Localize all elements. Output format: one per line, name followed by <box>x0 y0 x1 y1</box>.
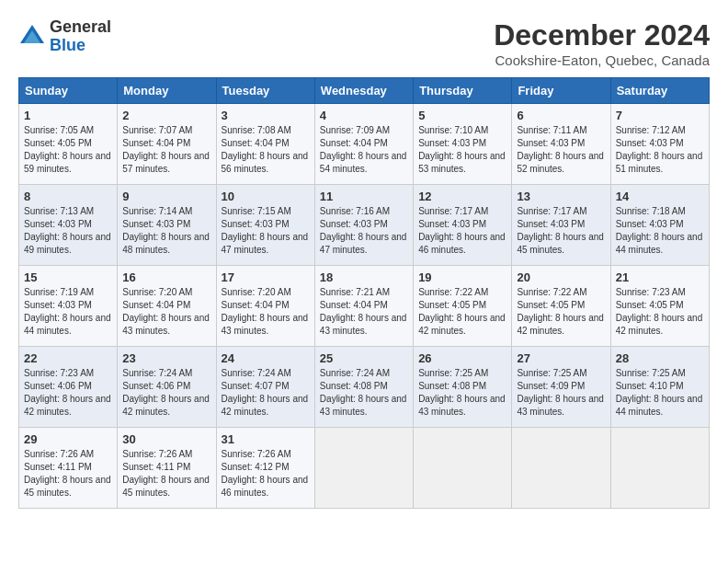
day-info: Sunrise: 7:18 AM Sunset: 4:03 PM Dayligh… <box>616 205 704 257</box>
header-day: Tuesday <box>216 78 314 104</box>
day-number: 11 <box>320 190 408 203</box>
daylight-text: Daylight: 8 hours and 49 minutes. <box>24 232 111 255</box>
day-number: 20 <box>517 270 605 284</box>
sunrise-text: Sunrise: 7:24 AM <box>320 368 390 378</box>
daylight-text: Daylight: 8 hours and 43 minutes. <box>222 313 309 336</box>
sunrise-text: Sunrise: 7:24 AM <box>122 368 192 378</box>
day-info: Sunrise: 7:25 AM Sunset: 4:09 PM Dayligh… <box>517 367 605 419</box>
day-number: 22 <box>24 351 112 365</box>
sunset-text: Sunset: 4:05 PM <box>24 138 92 148</box>
sunrise-text: Sunrise: 7:15 AM <box>222 206 291 216</box>
sunset-text: Sunset: 4:04 PM <box>320 300 388 310</box>
day-info: Sunrise: 7:21 AM Sunset: 4:04 PM Dayligh… <box>320 286 408 338</box>
title-block: December 2024 Cookshire-Eaton, Quebec, C… <box>494 18 710 68</box>
sunrise-text: Sunrise: 7:11 AM <box>517 125 586 135</box>
daylight-text: Daylight: 8 hours and 42 minutes. <box>24 394 111 417</box>
sunrise-text: Sunrise: 7:23 AM <box>616 287 686 297</box>
logo: General Blue <box>18 18 111 55</box>
day-info: Sunrise: 7:12 AM Sunset: 4:03 PM Dayligh… <box>616 124 704 176</box>
daylight-text: Daylight: 8 hours and 45 minutes. <box>24 475 111 498</box>
calendar-cell: 21 Sunrise: 7:23 AM Sunset: 4:05 PM Dayl… <box>610 266 709 347</box>
sunrise-text: Sunrise: 7:20 AM <box>122 287 192 297</box>
daylight-text: Daylight: 8 hours and 47 minutes. <box>320 232 407 255</box>
sunrise-text: Sunrise: 7:19 AM <box>24 287 94 297</box>
day-number: 4 <box>320 109 408 122</box>
logo-icon <box>18 23 46 51</box>
sunset-text: Sunset: 4:06 PM <box>24 381 92 391</box>
calendar-cell: 16 Sunrise: 7:20 AM Sunset: 4:04 PM Dayl… <box>118 266 216 347</box>
day-info: Sunrise: 7:24 AM Sunset: 4:08 PM Dayligh… <box>320 367 408 419</box>
calendar-cell: 26 Sunrise: 7:25 AM Sunset: 4:08 PM Dayl… <box>414 347 512 428</box>
daylight-text: Daylight: 8 hours and 47 minutes. <box>222 232 309 255</box>
sunrise-text: Sunrise: 7:08 AM <box>222 125 291 135</box>
sunset-text: Sunset: 4:08 PM <box>418 381 486 391</box>
sunrise-text: Sunrise: 7:17 AM <box>517 206 586 216</box>
day-info: Sunrise: 7:15 AM Sunset: 4:03 PM Dayligh… <box>222 205 310 257</box>
daylight-text: Daylight: 8 hours and 43 minutes. <box>320 394 407 417</box>
calendar-cell: 3 Sunrise: 7:08 AM Sunset: 4:04 PM Dayli… <box>216 104 314 185</box>
calendar-week-row: 29 Sunrise: 7:26 AM Sunset: 4:11 PM Dayl… <box>19 428 710 509</box>
sunset-text: Sunset: 4:04 PM <box>122 300 190 310</box>
daylight-text: Daylight: 8 hours and 57 minutes. <box>122 151 210 174</box>
day-info: Sunrise: 7:25 AM Sunset: 4:08 PM Dayligh… <box>418 367 506 419</box>
day-info: Sunrise: 7:19 AM Sunset: 4:03 PM Dayligh… <box>24 286 112 338</box>
day-number: 18 <box>320 270 408 284</box>
sunrise-text: Sunrise: 7:26 AM <box>24 449 94 459</box>
daylight-text: Daylight: 8 hours and 59 minutes. <box>24 151 111 174</box>
calendar-cell: 24 Sunrise: 7:24 AM Sunset: 4:07 PM Dayl… <box>216 347 314 428</box>
sunset-text: Sunset: 4:12 PM <box>222 462 290 472</box>
sunset-text: Sunset: 4:03 PM <box>418 219 486 229</box>
calendar-cell: 12 Sunrise: 7:17 AM Sunset: 4:03 PM Dayl… <box>414 185 512 266</box>
day-info: Sunrise: 7:13 AM Sunset: 4:03 PM Dayligh… <box>24 205 112 257</box>
sunset-text: Sunset: 4:03 PM <box>616 219 684 229</box>
day-number: 21 <box>616 270 704 284</box>
daylight-text: Daylight: 8 hours and 43 minutes. <box>320 313 407 336</box>
sunset-text: Sunset: 4:04 PM <box>320 138 388 148</box>
sunrise-text: Sunrise: 7:25 AM <box>616 368 686 378</box>
sunrise-text: Sunrise: 7:22 AM <box>418 287 488 297</box>
day-number: 10 <box>222 190 310 203</box>
daylight-text: Daylight: 8 hours and 46 minutes. <box>418 232 506 255</box>
header-day: Friday <box>512 78 610 104</box>
day-info: Sunrise: 7:17 AM Sunset: 4:03 PM Dayligh… <box>418 205 506 257</box>
logo-general-text: General <box>50 17 111 36</box>
day-number: 9 <box>122 190 210 203</box>
daylight-text: Daylight: 8 hours and 44 minutes. <box>24 313 111 336</box>
sunset-text: Sunset: 4:03 PM <box>616 138 684 148</box>
sunset-text: Sunset: 4:11 PM <box>122 462 190 472</box>
day-number: 31 <box>222 432 310 446</box>
day-info: Sunrise: 7:10 AM Sunset: 4:03 PM Dayligh… <box>418 124 506 176</box>
calendar-cell: 22 Sunrise: 7:23 AM Sunset: 4:06 PM Dayl… <box>19 347 118 428</box>
calendar-cell: 18 Sunrise: 7:21 AM Sunset: 4:04 PM Dayl… <box>314 266 413 347</box>
calendar-cell: 17 Sunrise: 7:20 AM Sunset: 4:04 PM Dayl… <box>216 266 314 347</box>
daylight-text: Daylight: 8 hours and 42 minutes. <box>616 313 703 336</box>
calendar-cell: 4 Sunrise: 7:09 AM Sunset: 4:04 PM Dayli… <box>314 104 413 185</box>
day-number: 17 <box>222 270 310 284</box>
calendar-cell: 31 Sunrise: 7:26 AM Sunset: 4:12 PM Dayl… <box>216 428 314 509</box>
sunrise-text: Sunrise: 7:10 AM <box>418 125 488 135</box>
sunrise-text: Sunrise: 7:05 AM <box>24 125 94 135</box>
calendar-cell: 29 Sunrise: 7:26 AM Sunset: 4:11 PM Dayl… <box>19 428 118 509</box>
sunrise-text: Sunrise: 7:20 AM <box>222 287 291 297</box>
day-info: Sunrise: 7:08 AM Sunset: 4:04 PM Dayligh… <box>222 124 310 176</box>
day-info: Sunrise: 7:24 AM Sunset: 4:07 PM Dayligh… <box>222 367 310 419</box>
daylight-text: Daylight: 8 hours and 45 minutes. <box>122 475 210 498</box>
sunrise-text: Sunrise: 7:17 AM <box>418 206 488 216</box>
header-row: SundayMondayTuesdayWednesdayThursdayFrid… <box>19 78 710 104</box>
daylight-text: Daylight: 8 hours and 51 minutes. <box>616 151 703 174</box>
sunrise-text: Sunrise: 7:25 AM <box>517 368 586 378</box>
day-info: Sunrise: 7:22 AM Sunset: 4:05 PM Dayligh… <box>418 286 506 338</box>
header-day: Monday <box>118 78 216 104</box>
daylight-text: Daylight: 8 hours and 43 minutes. <box>418 394 506 417</box>
sunrise-text: Sunrise: 7:25 AM <box>418 368 488 378</box>
calendar-cell: 7 Sunrise: 7:12 AM Sunset: 4:03 PM Dayli… <box>610 104 709 185</box>
daylight-text: Daylight: 8 hours and 53 minutes. <box>418 151 506 174</box>
calendar-cell: 14 Sunrise: 7:18 AM Sunset: 4:03 PM Dayl… <box>610 185 709 266</box>
calendar-cell: 25 Sunrise: 7:24 AM Sunset: 4:08 PM Dayl… <box>314 347 413 428</box>
day-number: 30 <box>122 432 210 446</box>
sunset-text: Sunset: 4:11 PM <box>24 462 92 472</box>
sunset-text: Sunset: 4:10 PM <box>616 381 684 391</box>
day-info: Sunrise: 7:26 AM Sunset: 4:11 PM Dayligh… <box>24 448 112 500</box>
calendar-cell: 6 Sunrise: 7:11 AM Sunset: 4:03 PM Dayli… <box>512 104 610 185</box>
calendar-cell <box>610 428 709 509</box>
